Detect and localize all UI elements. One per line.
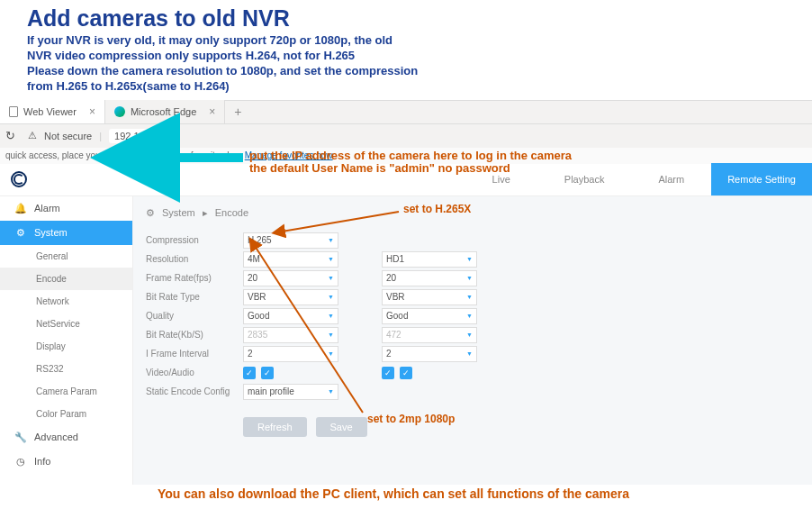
- sidebar-sub-display[interactable]: Display: [0, 335, 132, 358]
- chevron-down-icon: ▼: [466, 350, 473, 357]
- select-resolution-sub[interactable]: HD1▼: [382, 251, 477, 268]
- new-tab-button[interactable]: +: [225, 105, 250, 119]
- address-bar: ↻ ⚠ Not secure | 192.168.1.10: [0, 124, 812, 148]
- arrow-1080p: [250, 241, 367, 417]
- breadcrumb-b: Encode: [215, 207, 248, 218]
- sidebar-sub-network[interactable]: Network: [0, 290, 132, 313]
- sidebar-sub-rs232[interactable]: RS232: [0, 358, 132, 380]
- tab-row: Web Viewer × Microsoft Edge × +: [0, 101, 812, 124]
- label-fps: Frame Rate(fps): [146, 273, 243, 283]
- chevron-down-icon: ▼: [466, 275, 473, 281]
- label-brtype: Bit Rate Type: [146, 292, 243, 302]
- url-input[interactable]: 192.168.1.10: [109, 129, 177, 143]
- nav-remote-setting[interactable]: Remote Setting: [711, 163, 812, 195]
- gear-icon: ⚙: [146, 207, 155, 219]
- arrow-h265x: [277, 209, 403, 236]
- app-logo-icon: [11, 171, 27, 187]
- label-compression: Compression: [146, 235, 243, 245]
- sidebar-item-advanced[interactable]: 🔧Advanced: [0, 425, 132, 450]
- sidebar-sub-netservice[interactable]: NetService: [0, 313, 132, 335]
- checkbox-audio-sub[interactable]: ✓: [400, 367, 412, 379]
- page-heading: Add cameras to old NVR: [0, 0, 812, 33]
- content-panel: ⚙ System ▸ Encode Compression H.265▼ Res…: [133, 196, 812, 485]
- select-value: Good: [386, 311, 408, 321]
- nav-live[interactable]: Live: [465, 174, 537, 185]
- page-icon: [9, 106, 18, 117]
- annotation-download: You can also download the PC client, whi…: [158, 486, 629, 501]
- bell-icon: 🔔: [14, 203, 27, 214]
- save-button[interactable]: Save: [316, 417, 367, 437]
- close-icon[interactable]: ×: [209, 105, 215, 118]
- sidebar-sub-encode[interactable]: Encode: [0, 268, 132, 290]
- select-value: HD1: [386, 254, 404, 264]
- label-iframe: I Frame Interval: [146, 349, 243, 359]
- breadcrumb: ⚙ System ▸ Encode: [146, 207, 799, 219]
- sidebar-label: Alarm: [34, 203, 60, 214]
- annotation-ip: put the IP address of the camera here to…: [249, 150, 572, 176]
- select-iframe-sub[interactable]: 2▼: [382, 346, 477, 362]
- sidebar-label: System: [34, 227, 68, 238]
- select-value: 472: [386, 330, 401, 340]
- tab-label: Web Viewer: [23, 106, 77, 117]
- sidebar-item-alarm[interactable]: 🔔Alarm: [0, 196, 132, 221]
- edge-icon: [114, 106, 125, 117]
- select-fps-sub[interactable]: 20▼: [382, 270, 477, 286]
- checkbox-video-sub[interactable]: ✓: [382, 367, 394, 379]
- sidebar: 🔔Alarm ⚙System General Encode Network Ne…: [0, 196, 133, 485]
- select-value: VBR: [386, 292, 405, 302]
- tab-label: Microsoft Edge: [131, 106, 196, 117]
- nav-alarm[interactable]: Alarm: [631, 174, 711, 185]
- warning-icon: ⚠: [28, 130, 37, 141]
- sidebar-item-system[interactable]: ⚙System: [0, 221, 132, 245]
- chevron-down-icon: ▼: [466, 256, 473, 262]
- annotation-h265x: set to H.265X: [403, 203, 471, 215]
- reload-icon[interactable]: ↻: [5, 129, 15, 142]
- select-quality-sub[interactable]: Good▼: [382, 308, 477, 324]
- chevron-down-icon: ▼: [466, 313, 473, 319]
- label-static-encode: Static Encode Config: [146, 386, 243, 396]
- select-value: 2: [386, 349, 392, 359]
- close-icon[interactable]: ×: [89, 105, 95, 118]
- nav-playback[interactable]: Playback: [537, 174, 632, 185]
- label-resolution: Resolution: [146, 254, 243, 264]
- chevron-down-icon: ▼: [466, 332, 473, 338]
- chevron-down-icon: ▼: [466, 294, 473, 300]
- gauge-icon: ◷: [14, 456, 27, 468]
- refresh-button[interactable]: Refresh: [243, 417, 307, 437]
- sidebar-label: Info: [34, 456, 50, 467]
- select-brkbs-sub[interactable]: 472▼: [382, 327, 477, 343]
- arrow-ip: [158, 150, 248, 165]
- label-brkbs: Bit Rate(Kb/S): [146, 330, 243, 340]
- sidebar-sub-general[interactable]: General: [0, 245, 132, 268]
- sidebar-sub-camera-param[interactable]: Camera Param: [0, 380, 132, 403]
- label-quality: Quality: [146, 311, 243, 321]
- tab-web-viewer[interactable]: Web Viewer ×: [0, 100, 105, 123]
- chevron-right-icon: ▸: [203, 207, 208, 219]
- sidebar-sub-color-param[interactable]: Color Param: [0, 403, 132, 425]
- tab-edge[interactable]: Microsoft Edge ×: [105, 100, 225, 123]
- app-body: 🔔Alarm ⚙System General Encode Network Ne…: [0, 196, 812, 485]
- svg-line-1: [282, 212, 399, 232]
- gear-icon: ⚙: [14, 227, 27, 239]
- wrench-icon: 🔧: [14, 432, 27, 443]
- not-secure-label: Not secure: [44, 131, 92, 141]
- sidebar-label: Advanced: [34, 432, 78, 442]
- page-subtext: If your NVR is very old, it may only sup…: [0, 33, 812, 100]
- select-value: 20: [386, 273, 396, 283]
- select-brtype-sub[interactable]: VBR▼: [382, 289, 477, 305]
- breadcrumb-a: System: [162, 207, 195, 218]
- annotation-1080p: set to 2mp 1080p: [367, 413, 455, 425]
- label-video-audio: Video/Audio: [146, 368, 243, 377]
- svg-line-2: [255, 246, 363, 413]
- sidebar-item-info[interactable]: ◷Info: [0, 450, 132, 474]
